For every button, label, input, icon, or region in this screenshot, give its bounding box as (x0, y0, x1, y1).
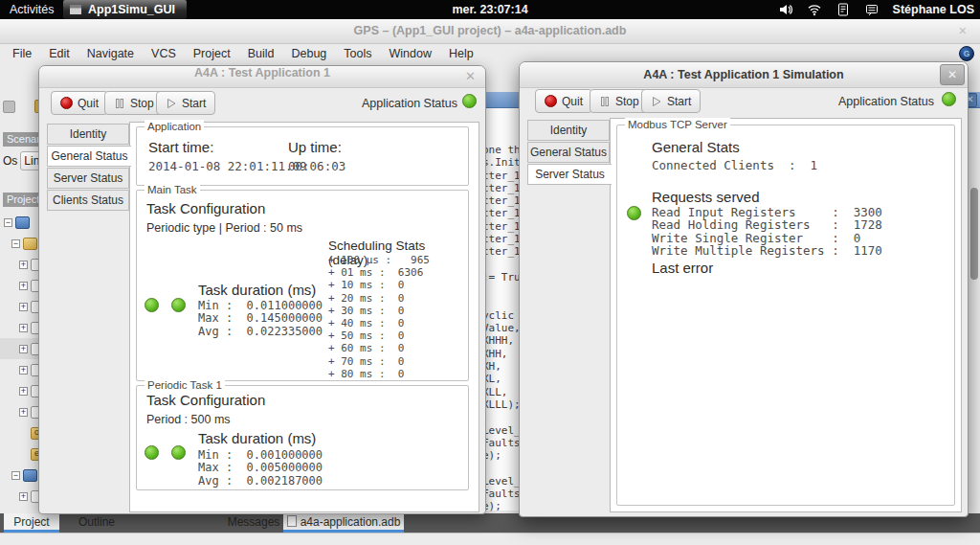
tree-row[interactable]: + (0, 507, 40, 511)
tab-outline[interactable]: Outline (63, 513, 130, 533)
scheduling-stat-line: + 30 ms : 0 (328, 305, 430, 317)
tree-node-icon (15, 216, 30, 229)
expand-icon[interactable]: + (19, 366, 28, 375)
system-menu[interactable]: Stéphane LOS (778, 0, 974, 19)
status-tab[interactable]: Identity (527, 120, 610, 141)
status-tab[interactable]: Identity (47, 124, 129, 145)
project-tree: − − + + + + (0, 212, 40, 511)
tree-row[interactable]: + (0, 338, 40, 359)
expand-icon[interactable]: + (19, 261, 28, 269)
wifi-icon (807, 2, 822, 17)
stop-button[interactable]: Stop (590, 89, 649, 113)
expand-icon[interactable]: + (19, 387, 28, 396)
tree-row[interactable]: + (0, 296, 40, 317)
menu-bar: FileEditNavigateVCSProjectBuildDebugTool… (4, 44, 482, 64)
tree-row[interactable] (0, 443, 40, 465)
menu-item[interactable]: Debug (282, 44, 335, 64)
start-button[interactable]: Start (156, 91, 215, 115)
menu-item[interactable]: Project (185, 44, 239, 64)
start-button[interactable]: Start (641, 89, 701, 113)
tree-row[interactable]: − (0, 465, 40, 486)
modbus-frame-label: Modbus TCP Server (625, 118, 730, 131)
scheduling-stat-line: + 60 ms : 0 (328, 342, 430, 354)
expand-icon[interactable]: + (19, 303, 28, 311)
expand-icon[interactable]: + (19, 324, 28, 332)
menu-item[interactable]: Tools (335, 44, 380, 64)
status-tab[interactable]: Server Status (527, 164, 612, 185)
requests-served-title: Requests served (652, 189, 760, 205)
last-error-title: Last error (652, 260, 713, 276)
application-status-led (942, 92, 956, 106)
task-duration-list: Min : 0.001000000Max : 0.005000000Avg : … (198, 449, 323, 488)
scenario-os-row: Os Linu (3, 151, 40, 170)
tree-row[interactable]: + (0, 317, 40, 338)
gps-title-bar[interactable]: GPS – (App1_GUI project) – a4a-applicati… (0, 19, 980, 44)
tree-row[interactable]: − (0, 233, 40, 254)
status-tabs: IdentityGeneral StatusServer StatusClien… (47, 124, 129, 212)
tab-project[interactable]: Project (4, 513, 59, 533)
menu-item[interactable]: File (4, 44, 40, 64)
menu-item[interactable]: VCS (143, 44, 185, 64)
stop-button[interactable]: Stop (104, 91, 164, 115)
tree-row[interactable]: + (0, 380, 40, 401)
close-icon[interactable] (940, 64, 965, 85)
tree-row[interactable] (0, 422, 40, 443)
toolbar-icon[interactable] (3, 101, 15, 113)
volume-icon (778, 2, 793, 17)
play-icon (651, 96, 662, 107)
expand-icon[interactable]: − (4, 218, 12, 227)
expand-icon[interactable]: + (19, 282, 28, 290)
tree-row[interactable]: + (0, 359, 40, 380)
editor-vertical-scrollbar[interactable] (968, 108, 980, 511)
tree-row[interactable]: + (0, 401, 40, 422)
tree-row[interactable]: + (0, 254, 40, 275)
tree-row[interactable]: + (0, 275, 40, 296)
tab-editor-file[interactable]: a4a-application.adb (283, 513, 404, 533)
expand-icon[interactable]: + (19, 408, 28, 417)
a4a-sim-title-bar[interactable]: A4A : Test Application 1 Simulation (520, 62, 968, 88)
task-duration-title: Task duration (ms) (198, 430, 316, 446)
expand-icon[interactable]: + (19, 492, 28, 501)
tree-row[interactable]: − (0, 212, 40, 233)
close-icon[interactable] (465, 66, 476, 87)
expand-icon[interactable]: − (11, 239, 20, 248)
stop-label: Stop (130, 97, 154, 110)
a4a-app-title-bar[interactable]: A4A : Test Application 1 (39, 66, 485, 88)
quit-button[interactable]: Quit (51, 91, 108, 115)
quit-button[interactable]: Quit (535, 89, 592, 113)
tab-messages[interactable]: Messages (226, 513, 281, 533)
scheduling-stat-line: + 20 ms : 0 (328, 292, 430, 305)
close-icon[interactable] (959, 19, 967, 43)
quit-icon (60, 97, 73, 109)
status-tab[interactable]: General Status (47, 146, 131, 167)
focused-app-button[interactable]: App1Simu_GUI (63, 0, 187, 19)
os-label: Os (3, 154, 17, 168)
server-status-led (627, 206, 641, 220)
os-dropdown[interactable]: Linu (20, 151, 40, 170)
menu-item[interactable]: Navigate (78, 44, 143, 64)
menu-item[interactable]: Help (440, 44, 482, 64)
menu-item[interactable]: Window (380, 44, 439, 64)
status-tab[interactable]: Server Status (47, 168, 129, 189)
play-icon (166, 98, 177, 109)
connected-clients-line: Connected Clients : 1 (652, 158, 817, 172)
modbus-frame: Modbus TCP Server General Stats Connecte… (616, 125, 955, 506)
scheduling-stats-list: + 100 µs : 965+ 01 ms : 6306+ 10 ms : 0+… (328, 254, 430, 380)
task-duration-list: Min : 0.011000000Max : 0.145000000Avg : … (198, 300, 323, 338)
status-tab[interactable]: Clients Status (47, 190, 129, 211)
clock[interactable]: mer. 23:07:14 (452, 0, 527, 19)
menu-item[interactable]: Edit (40, 44, 78, 64)
periodic-task-frame-label: Periodic Task 1 (145, 378, 225, 392)
expand-icon[interactable]: + (19, 345, 28, 353)
tree-row[interactable]: + (0, 486, 40, 507)
chat-icon (864, 2, 880, 17)
task-duration-line: Avg : 0.002187000 (198, 475, 323, 488)
scrollbar-thumb[interactable] (970, 188, 978, 280)
expand-icon[interactable]: − (11, 471, 20, 480)
menu-item[interactable]: Build (239, 44, 283, 64)
status-tab[interactable]: General Status (527, 142, 610, 163)
activities-button[interactable]: Activités (10, 0, 55, 19)
gps-badge[interactable]: G (959, 46, 974, 61)
application-status-label: Application Status (362, 97, 457, 110)
scheduling-stat-line: + 50 ms : 0 (328, 329, 430, 342)
